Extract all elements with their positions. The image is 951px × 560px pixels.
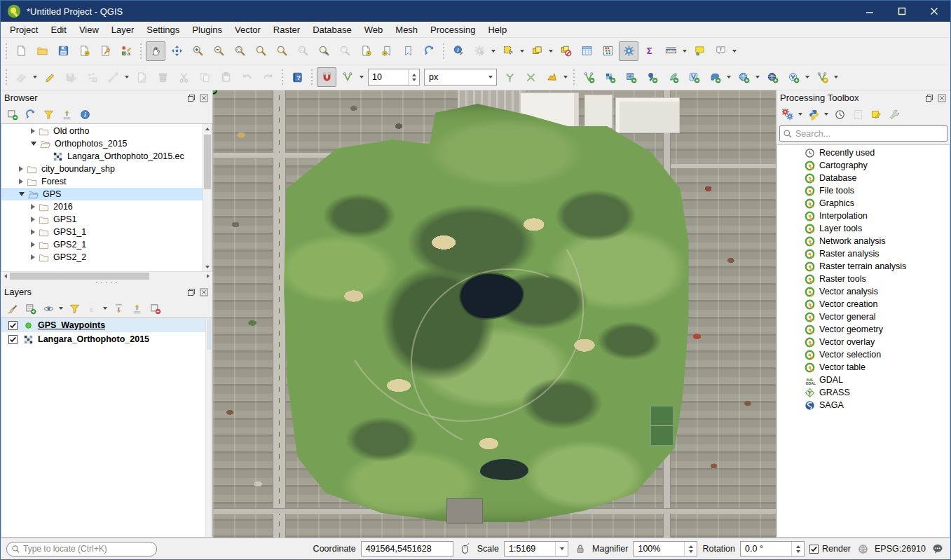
deselect-features-button[interactable] bbox=[556, 41, 575, 61]
browser-refresh-button[interactable] bbox=[22, 106, 39, 123]
field-calculator-button[interactable] bbox=[598, 41, 617, 61]
zoom-to-layer-button[interactable] bbox=[272, 41, 292, 61]
menu-layer[interactable]: Layer bbox=[105, 23, 141, 36]
expander-closed-icon[interactable] bbox=[31, 217, 35, 222]
menu-processing[interactable]: Processing bbox=[424, 23, 481, 36]
add-vector-tile-layer-button[interactable] bbox=[784, 67, 803, 87]
snapping-tolerance-spinbox[interactable] bbox=[368, 69, 420, 86]
menu-web[interactable]: Web bbox=[358, 23, 390, 36]
expander-closed-icon[interactable] bbox=[31, 242, 35, 247]
manage-map-themes-button[interactable] bbox=[40, 300, 57, 317]
new-spatial-bookmark-button[interactable] bbox=[377, 41, 397, 61]
new-raster-layer-button[interactable] bbox=[600, 67, 620, 87]
processing-close-button[interactable] bbox=[937, 93, 947, 103]
scroll-left-button[interactable] bbox=[1, 272, 10, 280]
layers-float-button[interactable] bbox=[186, 287, 196, 297]
statistical-summary-button[interactable]: Σ bbox=[640, 41, 659, 61]
browser-item-2016[interactable]: 2016 bbox=[1, 200, 203, 213]
models-dropdown[interactable] bbox=[797, 104, 804, 124]
filter-legend-button[interactable] bbox=[66, 300, 83, 317]
save-project-button[interactable] bbox=[53, 41, 73, 61]
processing-item-interpolation[interactable]: Interpolation bbox=[777, 210, 950, 222]
processing-item-raster-tools[interactable]: Raster tools bbox=[777, 273, 950, 285]
add-wms-layer-button[interactable] bbox=[734, 67, 753, 87]
browser-add-layer-button[interactable] bbox=[4, 106, 20, 123]
processing-item-graphics[interactable]: Graphics bbox=[777, 197, 950, 210]
browser-properties-button[interactable]: i bbox=[76, 106, 93, 123]
remove-layer-button[interactable] bbox=[146, 300, 163, 317]
scroll-down-button[interactable] bbox=[203, 262, 212, 271]
processing-item-raster-analysis[interactable]: Raster analysis bbox=[777, 247, 950, 260]
processing-item-recently-used[interactable]: Recently used bbox=[777, 146, 950, 159]
text-annotation-button[interactable]: T bbox=[711, 41, 730, 61]
processing-item-vector-general[interactable]: Vector general bbox=[777, 310, 950, 323]
extents-toggle-icon[interactable] bbox=[458, 542, 472, 556]
processing-item-saga[interactable]: SAGA bbox=[777, 399, 950, 411]
run-feature-action-dropdown[interactable] bbox=[490, 41, 497, 61]
new-map-view-button[interactable] bbox=[356, 41, 376, 61]
menu-database[interactable]: Database bbox=[306, 23, 358, 36]
vertex-tool-dropdown[interactable] bbox=[123, 67, 130, 87]
snapping-units-dropdown-button[interactable] bbox=[484, 69, 496, 85]
processing-item-grass[interactable]: GRASS bbox=[777, 386, 950, 399]
browser-item-gps1[interactable]: GPS1 bbox=[1, 213, 203, 226]
expander-closed-icon[interactable] bbox=[31, 229, 35, 235]
map-canvas[interactable] bbox=[213, 90, 776, 538]
processing-item-raster-terrain-analysis[interactable]: Raster terrain analysis bbox=[777, 260, 950, 273]
crs-globe-icon[interactable] bbox=[856, 542, 870, 556]
new-virtual-layer-button[interactable] bbox=[684, 67, 704, 87]
new-print-layout-button[interactable] bbox=[74, 41, 94, 61]
new-shapefile-layer-button[interactable] bbox=[579, 67, 598, 87]
processing-item-vector-geometry[interactable]: Vector geometry bbox=[777, 323, 950, 336]
processing-item-vector-table[interactable]: Vector table bbox=[777, 361, 950, 374]
processing-item-network-analysis[interactable]: Network analysis bbox=[777, 235, 950, 247]
menu-settings[interactable]: Settings bbox=[140, 23, 186, 36]
menu-raster[interactable]: Raster bbox=[267, 23, 306, 36]
add-group-button[interactable] bbox=[22, 300, 39, 317]
zoom-to-selection-button[interactable] bbox=[251, 41, 271, 61]
zoom-full-button[interactable] bbox=[230, 41, 249, 61]
processing-item-cartography[interactable]: Cartography bbox=[777, 159, 950, 172]
browser-item-gps2-2[interactable]: GPS2_2 bbox=[1, 251, 203, 264]
add-vector-tile-layer-dropdown[interactable] bbox=[804, 67, 811, 87]
scroll-right-button[interactable] bbox=[203, 272, 212, 280]
processing-item-file-tools[interactable]: File tools bbox=[777, 184, 950, 197]
open-layer-styling-button[interactable] bbox=[4, 300, 20, 317]
processing-item-gdal[interactable]: GDALGDAL bbox=[777, 374, 950, 386]
snapping-on-intersection-button[interactable] bbox=[521, 67, 540, 87]
python-scripts-button[interactable] bbox=[805, 106, 822, 123]
map-tips-button[interactable] bbox=[690, 41, 709, 61]
browser-item-gps[interactable]: GPS bbox=[1, 188, 203, 200]
browser-filter-button[interactable] bbox=[40, 106, 57, 123]
measure-dropdown[interactable] bbox=[681, 41, 688, 61]
expander-open-icon[interactable] bbox=[31, 142, 36, 146]
new-spatialite-layer-button[interactable] bbox=[663, 67, 683, 87]
magnifier-spinbox[interactable]: 100% bbox=[633, 541, 697, 556]
expander-closed-icon[interactable] bbox=[31, 204, 35, 210]
collapse-all-button[interactable] bbox=[128, 300, 145, 317]
lock-icon[interactable] bbox=[573, 542, 587, 556]
options-button[interactable] bbox=[886, 106, 903, 123]
processing-toolbox-button[interactable] bbox=[619, 41, 638, 61]
rotation-spin-buttons[interactable] bbox=[791, 542, 804, 556]
select-by-value-dropdown[interactable] bbox=[547, 41, 554, 61]
zoom-out-button[interactable] bbox=[209, 41, 228, 61]
browser-horizontal-scrollbar[interactable] bbox=[1, 271, 212, 280]
python-scripts-dropdown[interactable] bbox=[823, 104, 830, 124]
models-button[interactable] bbox=[779, 106, 796, 123]
layer-row-langara-orthophoto-2015[interactable]: Langara_Orthophoto_2015 bbox=[1, 332, 205, 346]
expander-closed-icon[interactable] bbox=[31, 128, 35, 134]
processing-float-button[interactable] bbox=[924, 93, 934, 103]
snapping-units-combobox[interactable]: px bbox=[424, 69, 497, 86]
snapping-mode-button[interactable] bbox=[338, 67, 357, 87]
layer-visibility-checkbox[interactable] bbox=[8, 321, 18, 330]
maximize-button[interactable] bbox=[886, 1, 918, 22]
browser-float-button[interactable] bbox=[186, 93, 196, 103]
snapping-mode-dropdown[interactable] bbox=[358, 67, 365, 87]
new-geopackage-layer-button[interactable] bbox=[642, 67, 662, 87]
browser-close-button[interactable] bbox=[199, 93, 209, 103]
browser-item-city-boundary-shp[interactable]: city_boundary_shp bbox=[1, 163, 203, 175]
pan-map-button[interactable] bbox=[146, 41, 165, 61]
menu-mesh[interactable]: Mesh bbox=[389, 23, 424, 36]
new-virtual-point-layer-button[interactable] bbox=[812, 67, 832, 87]
